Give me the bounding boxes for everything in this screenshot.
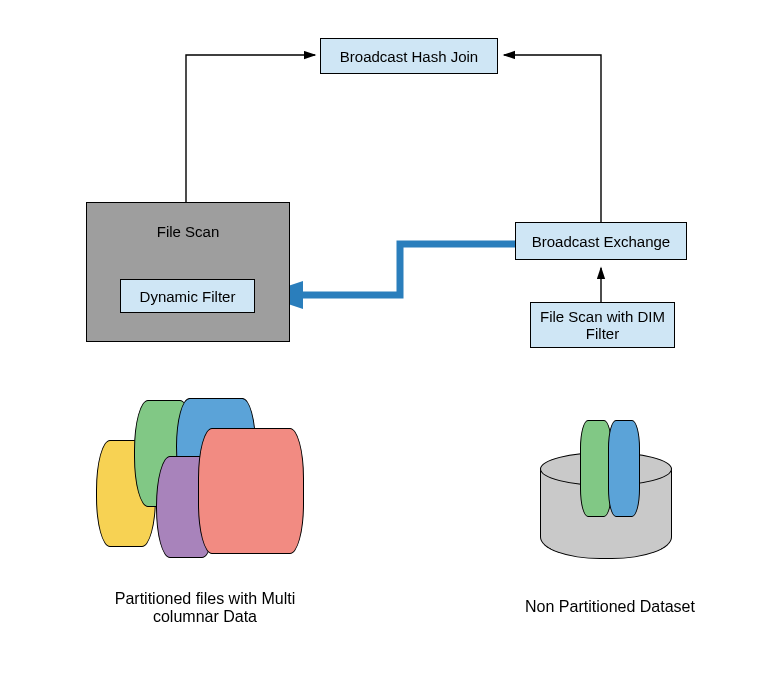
node-file-scan: File Scan	[86, 202, 290, 342]
node-broadcast-exchange: Broadcast Exchange	[515, 222, 687, 260]
diagram-stage: { "nodes": { "broadcast_hash_join": "Bro…	[0, 0, 760, 700]
node-dynamic-filter: Dynamic Filter	[120, 279, 255, 313]
partition-column-icon	[198, 428, 304, 554]
edge-exchange-to-join	[504, 55, 601, 222]
file-scan-label: File Scan	[87, 223, 289, 240]
caption-right: Non Partitioned Dataset	[520, 598, 700, 616]
node-file-scan-dim: File Scan with DIM Filter	[530, 302, 675, 348]
edge-filescan-to-join	[186, 55, 315, 202]
dataset-column-icon	[608, 420, 640, 517]
node-broadcast-hash-join: Broadcast Hash Join	[320, 38, 498, 74]
edge-exchange-to-dynamicfilter	[268, 244, 515, 295]
caption-left: Partitioned files with Multi columnar Da…	[90, 590, 320, 626]
